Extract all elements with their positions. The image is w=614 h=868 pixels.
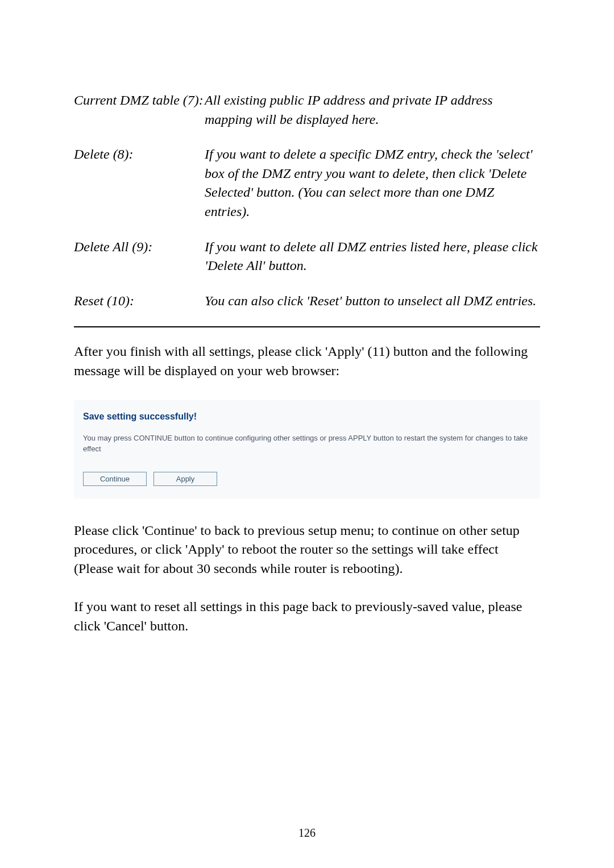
definition-list: Current DMZ table (7): All existing publ…: [74, 91, 540, 310]
definition-row: Current DMZ table (7): All existing publ…: [74, 91, 540, 129]
definition-term: Current DMZ table (7):: [74, 91, 205, 110]
definition-row: Reset (10): You can also click 'Reset' b…: [74, 292, 540, 311]
definition-term: Reset (10):: [74, 292, 205, 311]
definition-term: Delete All (9):: [74, 238, 205, 257]
continue-button[interactable]: Continue: [83, 472, 147, 486]
paragraph-after-settings: After you finish with all settings, plea…: [74, 342, 540, 380]
definition-row: Delete All (9): If you want to delete al…: [74, 238, 540, 276]
page-number: 126: [0, 825, 614, 841]
paragraph-reset-note: If you want to reset all settings in thi…: [74, 597, 540, 636]
definition-row: Delete (8): If you want to delete a spec…: [74, 145, 540, 221]
definition-description: If you want to delete a specific DMZ ent…: [205, 145, 540, 221]
apply-button[interactable]: Apply: [154, 472, 217, 486]
save-successful-dialog: Save setting successfully! You may press…: [74, 400, 540, 499]
definition-description: If you want to delete all DMZ entries li…: [205, 238, 540, 276]
dialog-button-row: Continue Apply: [83, 472, 531, 486]
paragraph-explanation: Please click 'Continue' to back to previ…: [74, 521, 540, 579]
dialog-title: Save setting successfully!: [83, 410, 531, 423]
section-divider: [74, 326, 540, 327]
dialog-message: You may press CONTINUE button to continu…: [83, 433, 531, 455]
definition-description: You can also click 'Reset' button to uns…: [205, 292, 540, 311]
definition-description: All existing public IP address and priva…: [205, 91, 540, 129]
definition-term: Delete (8):: [74, 145, 205, 164]
